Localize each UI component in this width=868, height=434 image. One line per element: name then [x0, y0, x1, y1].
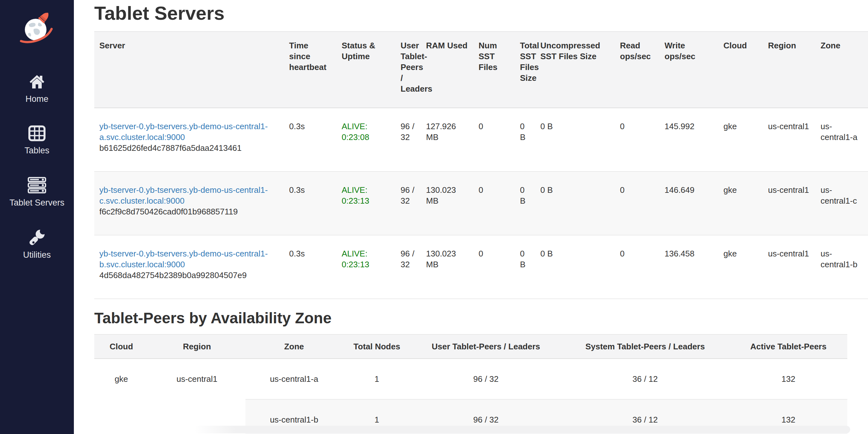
server-link[interactable]: yb-tserver-0.yb-tservers.yb-demo-us-cent…	[99, 185, 268, 205]
page-title: Tablet Servers	[94, 3, 868, 24]
system-tablet-peers-cell: 36 / 12	[561, 359, 730, 399]
write-ops-cell: 146.649	[659, 171, 718, 235]
status-cell: ALIVE: 0:23:13	[337, 171, 396, 235]
uncompressed-sst-cell: 0 B	[535, 171, 615, 235]
ram-used-cell: 130.023 MB	[421, 171, 473, 235]
col-user-tablet-peers: User Tablet-Peers / Leaders	[396, 32, 421, 108]
main-content: Tablet Servers Server Time since heartbe…	[74, 0, 868, 434]
az-header-row: Cloud Region Zone Total Nodes User Table…	[94, 334, 847, 359]
yugabytedb-logo-icon	[19, 10, 55, 43]
sidebar-item-label: Utilities	[23, 250, 51, 260]
page: Home Tables	[0, 0, 868, 434]
col-system-tablet-peers: System Tablet-Peers / Leaders	[561, 334, 730, 359]
table-row: yb-tserver-0.yb-tservers.yb-demo-us-cent…	[94, 108, 868, 171]
table-row: yb-tserver-0.yb-tservers.yb-demo-us-cent…	[94, 235, 868, 299]
write-ops-cell: 145.992	[659, 108, 718, 171]
zone-cell: us-central1-a	[815, 108, 868, 171]
az-section-title: Tablet-Peers by Availability Zone	[94, 310, 868, 327]
sidebar: Home Tables	[0, 0, 74, 434]
server-cell: yb-tserver-0.yb-tservers.yb-demo-us-cent…	[94, 235, 284, 299]
col-server: Server	[94, 32, 284, 108]
col-num-sst: Num SST Files	[473, 32, 515, 108]
user-tablet-peers-cell: 96 / 32	[411, 359, 561, 399]
col-heartbeat: Time since heartbeat	[284, 32, 337, 108]
col-ram-used: RAM Used	[421, 32, 473, 108]
user-tablet-peers-cell: 96 / 32	[396, 108, 421, 171]
total-sst-cell: 0 B	[515, 235, 535, 299]
tablet-servers-icon	[27, 176, 47, 194]
col-cloud: Cloud	[718, 32, 763, 108]
uncompressed-sst-cell: 0 B	[535, 108, 615, 171]
active-tablet-peers-cell: 132	[730, 359, 847, 399]
tablet-peers-by-az-table: Cloud Region Zone Total Nodes User Table…	[94, 334, 847, 434]
region-cell: us-central1	[148, 359, 246, 434]
region-cell: us-central1	[763, 171, 815, 235]
col-total-nodes: Total Nodes	[343, 334, 411, 359]
col-region: Region	[148, 334, 246, 359]
read-ops-cell: 0	[615, 108, 659, 171]
server-uuid: 4d568da482754b2389b0a992804507e9	[99, 270, 279, 281]
region-cell: us-central1	[763, 108, 815, 171]
read-ops-cell: 0	[615, 235, 659, 299]
tables-icon	[28, 125, 46, 142]
server-uuid: f6c2f9c8d750426cad0f01b968857119	[99, 206, 279, 217]
server-link[interactable]: yb-tserver-0.yb-tservers.yb-demo-us-cent…	[99, 122, 268, 142]
server-uuid: b61625d26fed4c7887f6a5daa2413461	[99, 142, 279, 153]
sidebar-item-label: Home	[26, 94, 49, 104]
sidebar-nav: Home Tables	[0, 72, 74, 260]
read-ops-cell: 0	[615, 171, 659, 235]
col-region: Region	[763, 32, 815, 108]
zone-cell: us-central1-a	[246, 359, 343, 399]
zone-cell: us-central1-c	[815, 171, 868, 235]
home-icon	[28, 72, 46, 90]
server-cell: yb-tserver-0.yb-tservers.yb-demo-us-cent…	[94, 171, 284, 235]
num-sst-cell: 0	[473, 108, 515, 171]
sidebar-item-label: Tablet Servers	[9, 198, 65, 207]
sidebar-item-tables[interactable]: Tables	[0, 125, 74, 155]
col-zone: Zone	[815, 32, 868, 108]
sidebar-item-tablet-servers[interactable]: Tablet Servers	[0, 176, 74, 207]
uncompressed-sst-cell: 0 B	[535, 235, 615, 299]
num-sst-cell: 0	[473, 235, 515, 299]
heartbeat-cell: 0.3s	[284, 108, 337, 171]
horizontal-scrollbar[interactable]	[194, 426, 850, 433]
write-ops-cell: 136.458	[659, 235, 718, 299]
total-sst-cell: 0 B	[515, 108, 535, 171]
cloud-cell: gke	[94, 359, 148, 434]
num-sst-cell: 0	[473, 171, 515, 235]
cloud-cell: gke	[718, 235, 763, 299]
user-tablet-peers-cell: 96 / 32	[396, 171, 421, 235]
yugabytedb-logo[interactable]	[19, 9, 55, 44]
total-sst-cell: 0 B	[515, 171, 535, 235]
col-write-ops: Write ops/sec	[659, 32, 718, 108]
cloud-cell: gke	[718, 171, 763, 235]
col-uncompressed-sst: Uncompressed SST Files Size	[535, 32, 615, 108]
col-user-tablet-peers: User Tablet-Peers / Leaders	[411, 334, 561, 359]
user-tablet-peers-cell: 96 / 32	[396, 235, 421, 299]
tablet-servers-table: Server Time since heartbeat Status & Upt…	[94, 31, 868, 299]
col-read-ops: Read ops/sec	[615, 32, 659, 108]
col-total-sst: Total SST Files Size	[515, 32, 535, 108]
heartbeat-cell: 0.3s	[284, 171, 337, 235]
ram-used-cell: 130.023 MB	[421, 235, 473, 299]
utilities-icon	[28, 229, 46, 246]
status-cell: ALIVE: 0:23:08	[337, 108, 396, 171]
col-cloud: Cloud	[94, 334, 148, 359]
region-cell: us-central1	[763, 235, 815, 299]
col-zone: Zone	[246, 334, 343, 359]
server-cell: yb-tserver-0.yb-tservers.yb-demo-us-cent…	[94, 108, 284, 171]
sidebar-item-home[interactable]: Home	[0, 72, 74, 104]
server-link[interactable]: yb-tserver-0.yb-tservers.yb-demo-us-cent…	[99, 249, 268, 269]
tserver-header-row: Server Time since heartbeat Status & Upt…	[94, 32, 868, 108]
ram-used-cell: 127.926 MB	[421, 108, 473, 171]
table-row: yb-tserver-0.yb-tservers.yb-demo-us-cent…	[94, 171, 868, 235]
total-nodes-cell: 1	[343, 359, 411, 399]
col-status: Status & Uptime	[337, 32, 396, 108]
status-cell: ALIVE: 0:23:13	[337, 235, 396, 299]
sidebar-item-label: Tables	[25, 146, 49, 155]
heartbeat-cell: 0.3s	[284, 235, 337, 299]
sidebar-item-utilities[interactable]: Utilities	[0, 229, 74, 260]
col-active-tablet-peers: Active Tablet-Peers	[730, 334, 847, 359]
zone-cell: us-central1-b	[815, 235, 868, 299]
az-row: gke us-central1 us-central1-a 1 96 / 32 …	[94, 359, 847, 399]
